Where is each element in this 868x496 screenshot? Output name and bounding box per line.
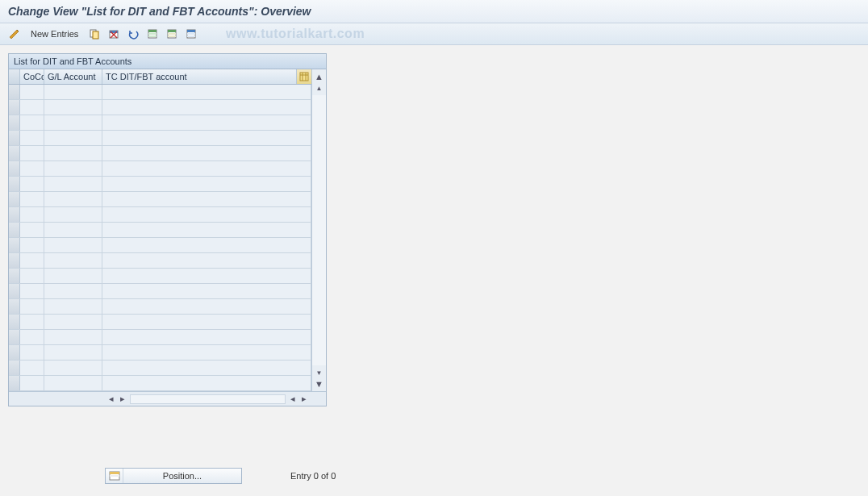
table-row[interactable] <box>9 100 311 115</box>
svg-rect-11 <box>168 30 176 32</box>
table-row[interactable] <box>9 146 311 161</box>
deselect-all-icon[interactable] <box>183 27 199 41</box>
table-row[interactable] <box>9 345 311 361</box>
content-area: List for DIT and FBT Accounts CoCd G/L A… <box>0 45 868 415</box>
svg-rect-12 <box>168 33 176 35</box>
new-entries-button[interactable]: New Entries <box>26 27 83 40</box>
table-row[interactable] <box>9 315 311 330</box>
vertical-scrollbar[interactable]: ▲ ▲ ▼ ▼ <box>311 69 326 391</box>
scroll-down2-icon[interactable]: ▼ <box>314 367 325 378</box>
svg-rect-23 <box>110 472 119 474</box>
table-row[interactable] <box>9 131 311 146</box>
delete-icon[interactable] <box>106 27 122 41</box>
scroll-up-icon[interactable]: ▲ <box>314 71 325 82</box>
svg-rect-24 <box>110 475 119 477</box>
table-row[interactable] <box>9 330 311 345</box>
table-settings-icon[interactable] <box>297 69 311 84</box>
scroll-first-icon[interactable]: ◂ <box>106 394 117 405</box>
svg-rect-7 <box>148 30 156 32</box>
table-row[interactable] <box>9 192 311 207</box>
table-row[interactable] <box>9 269 311 284</box>
svg-rect-9 <box>148 35 156 37</box>
column-selector[interactable] <box>9 69 20 84</box>
undo-icon[interactable] <box>125 27 141 41</box>
column-cocd[interactable]: CoCd <box>20 69 44 84</box>
entry-count-text: Entry 0 of 0 <box>290 471 336 481</box>
table-row[interactable] <box>9 223 311 238</box>
position-label: Position... <box>123 471 241 481</box>
table-row[interactable] <box>9 177 311 192</box>
select-all-icon[interactable] <box>144 27 161 41</box>
table-main: CoCd G/L Account TC DIT/FBT account <box>9 69 311 391</box>
page-title: Change View "List for DIT and FBT Accoun… <box>8 5 860 18</box>
table-wrap: CoCd G/L Account TC DIT/FBT account <box>9 69 326 391</box>
table-row[interactable] <box>9 161 311 177</box>
table-row[interactable] <box>9 284 311 299</box>
table-row[interactable] <box>9 238 311 253</box>
scroll-down-icon[interactable]: ▼ <box>314 378 325 390</box>
scroll-up2-icon[interactable]: ▲ <box>314 82 325 94</box>
column-gl-account[interactable]: G/L Account <box>44 69 102 84</box>
table-row[interactable] <box>9 85 311 100</box>
svg-rect-13 <box>168 35 176 37</box>
position-icon <box>106 469 123 483</box>
column-tc-account[interactable]: TC DIT/FBT account <box>102 69 297 84</box>
svg-rect-17 <box>187 35 195 37</box>
watermark-text: www.tutorialkart.com <box>226 27 365 41</box>
table-row[interactable] <box>9 115 311 131</box>
svg-rect-15 <box>187 30 195 32</box>
table-body <box>9 85 311 391</box>
scroll-right-icon[interactable]: ◂ <box>287 394 298 405</box>
title-bar: Change View "List for DIT and FBT Accoun… <box>0 0 868 23</box>
scroll-track[interactable] <box>312 95 326 365</box>
scroll-left-icon[interactable]: ▸ <box>117 394 128 405</box>
toggle-change-icon[interactable] <box>6 27 23 41</box>
svg-rect-18 <box>300 73 308 81</box>
position-button[interactable]: Position... <box>105 468 242 484</box>
table-row[interactable] <box>9 253 311 269</box>
select-block-icon[interactable] <box>164 27 180 41</box>
toolbar: New Entries www.tutorialkart.com <box>0 23 868 45</box>
panel-header: List for DIT and FBT Accounts <box>9 54 326 69</box>
hscroll-track[interactable] <box>130 394 286 404</box>
footer-row: Position... Entry 0 of 0 <box>0 468 868 484</box>
scroll-last-icon[interactable]: ▸ <box>298 394 310 405</box>
table-row[interactable] <box>9 207 311 223</box>
accounts-panel: List for DIT and FBT Accounts CoCd G/L A… <box>8 53 327 406</box>
svg-rect-8 <box>148 33 156 35</box>
horizontal-scrollbar[interactable]: ◂ ▸ ◂ ▸ <box>9 391 326 406</box>
table-row[interactable] <box>9 361 311 376</box>
table-header-row: CoCd G/L Account TC DIT/FBT account <box>9 69 311 85</box>
svg-rect-1 <box>93 31 98 39</box>
svg-rect-16 <box>187 33 195 35</box>
copy-icon[interactable] <box>86 27 102 41</box>
table-row[interactable] <box>9 376 311 391</box>
table-row[interactable] <box>9 299 311 315</box>
